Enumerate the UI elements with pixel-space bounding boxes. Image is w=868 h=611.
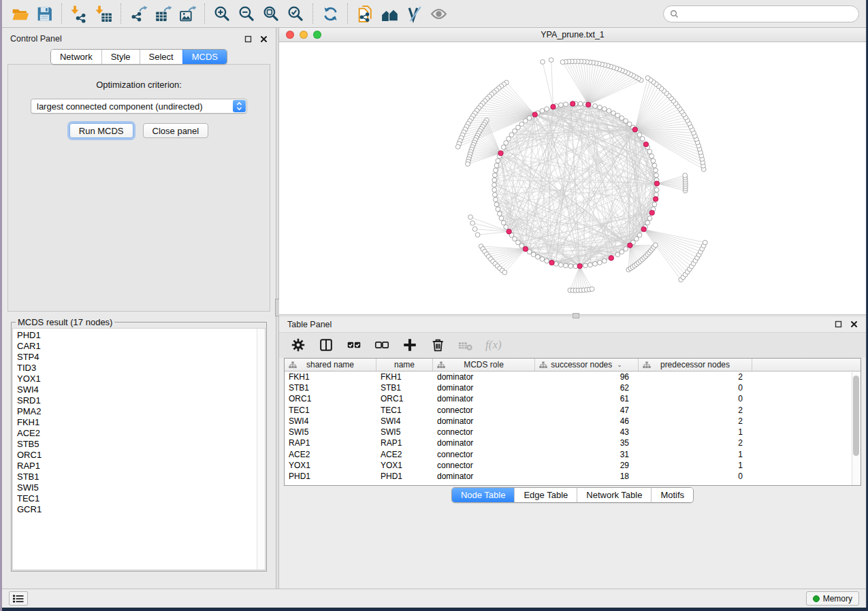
optimization-criterion-dropdown[interactable]: largest connected component (undirected)	[31, 99, 247, 114]
tab-network[interactable]: Network	[51, 50, 101, 64]
mcds-result-item[interactable]: ORC1	[17, 450, 265, 461]
table-panel-header: Table Panel	[279, 317, 866, 332]
open-file-icon[interactable]	[7, 2, 32, 25]
table-row[interactable]: YOX1YOX1connector291	[285, 460, 861, 471]
tab-network-table[interactable]: Network Table	[577, 488, 651, 502]
horizontal-splitter[interactable]	[279, 314, 866, 317]
dropdown-value: largest connected component (undirected)	[37, 101, 203, 112]
tab-mcds[interactable]: MCDS	[182, 50, 227, 64]
network-canvas[interactable]	[279, 42, 866, 314]
tab-node-table[interactable]: Node Table	[452, 488, 515, 502]
mcds-result-item[interactable]: CAR1	[17, 341, 265, 352]
table-row[interactable]: SWI5SWI5connector431	[285, 427, 861, 437]
mcds-result-item[interactable]: GCR1	[17, 504, 265, 515]
column-header-shared-name[interactable]: shared name	[285, 359, 376, 371]
import-table-icon[interactable]	[91, 2, 116, 25]
tab-motifs[interactable]: Motifs	[651, 488, 693, 502]
houses-icon[interactable]	[377, 2, 402, 25]
control-panel-tabs: NetworkStyleSelectMCDS	[50, 49, 227, 65]
close-panel-button[interactable]: Close panel	[143, 123, 209, 138]
tab-edge-table[interactable]: Edge Table	[514, 488, 577, 502]
mcds-result-title: MCDS result (17 nodes)	[16, 317, 114, 327]
column-header-MCDS-role[interactable]: MCDS role	[433, 359, 535, 371]
control-panel-header: Control Panel	[2, 31, 276, 46]
table-row[interactable]: STB1STB1dominator620	[285, 382, 861, 393]
mcds-result-item[interactable]: FKH1	[17, 417, 265, 428]
mcds-result-item[interactable]: YOX1	[17, 374, 265, 384]
mcds-list-scrollbar[interactable]	[257, 329, 265, 569]
table-panel: Table Panel f(x) shared namenameMCDS rol…	[279, 317, 866, 589]
select-all-icon[interactable]	[346, 337, 362, 353]
application-window: Control Panel NetworkStyleSelectMCDS Opt…	[2, 0, 867, 608]
close-panel-icon[interactable]	[850, 320, 858, 328]
toolbar-separator	[120, 3, 121, 24]
mcds-result-list[interactable]: PHD1CAR1STP4TID3YOX1SWI4SRD1PMA2FKH1ACE2…	[12, 328, 266, 570]
network-graph[interactable]	[279, 42, 866, 314]
vizmapper-icon[interactable]	[402, 2, 426, 25]
horizontal-splitter-grip[interactable]	[573, 313, 579, 318]
mcds-result-item[interactable]: RAP1	[17, 461, 265, 472]
mcds-tab-content: Optimization criterion: largest connecte…	[7, 64, 270, 312]
table-row[interactable]: ACE2ACE2connector311	[285, 449, 861, 460]
function-builder-icon: f(x)	[485, 338, 502, 352]
eye-icon[interactable]	[426, 2, 451, 25]
close-panel-icon[interactable]	[260, 35, 268, 43]
run-mcds-button[interactable]: Run MCDS	[69, 123, 133, 138]
memory-button[interactable]: Memory	[806, 591, 859, 606]
table-row[interactable]: ORC1ORC1dominator610	[285, 393, 861, 404]
tab-style[interactable]: Style	[101, 50, 140, 64]
zoom-in-icon[interactable]	[210, 2, 234, 25]
mcds-result-item[interactable]: TEC1	[17, 493, 265, 504]
mcds-result-item[interactable]: SRD1	[17, 395, 265, 406]
control-panel-title: Control Panel	[10, 34, 62, 44]
gear-icon[interactable]	[290, 337, 306, 353]
add-column-icon[interactable]	[402, 337, 418, 353]
column-header-name[interactable]: name	[376, 359, 433, 371]
table-row[interactable]: FKH1FKH1dominator962	[285, 371, 861, 382]
mcds-result-item[interactable]: TID3	[17, 363, 265, 374]
control-panel: Control Panel NetworkStyleSelectMCDS Opt…	[2, 28, 276, 589]
table-scrollbar[interactable]	[852, 372, 861, 485]
delete-column-icon[interactable]	[430, 337, 446, 353]
table-row[interactable]: RAP1RAP1dominator352	[285, 437, 861, 448]
mcds-result-item[interactable]: STB5	[17, 439, 265, 450]
zoom-selected-icon[interactable]	[283, 2, 308, 25]
export-table-icon[interactable]	[150, 2, 175, 25]
table-row[interactable]: SWI4SWI4dominator462	[285, 416, 861, 427]
search-field[interactable]	[663, 5, 859, 22]
table-row[interactable]: PHD1PHD1dominator180	[285, 471, 861, 482]
mcds-result-item[interactable]: PMA2	[17, 406, 265, 417]
toolbar-separator	[204, 3, 205, 24]
task-history-button[interactable]	[9, 591, 28, 606]
table-tabs: Node TableEdge TableNetwork TableMotifs	[451, 487, 694, 503]
export-network-icon[interactable]	[126, 2, 150, 25]
deselect-all-icon[interactable]	[374, 337, 390, 353]
mcds-result-item[interactable]: SWI5	[17, 482, 265, 493]
table-row[interactable]: TEC1TEC1connector472	[285, 404, 861, 415]
column-header-successor-nodes[interactable]: successor nodes⌄	[535, 359, 639, 371]
float-panel-icon[interactable]	[244, 35, 252, 43]
optimization-criterion-label: Optimization criterion:	[8, 80, 270, 90]
table-toolbar: f(x)	[279, 332, 866, 358]
mcds-result-item[interactable]: STB1	[17, 472, 265, 482]
zoom-out-icon[interactable]	[234, 2, 259, 25]
split-columns-icon[interactable]	[318, 337, 334, 353]
refresh-icon[interactable]	[318, 2, 342, 25]
search-input[interactable]	[682, 7, 858, 20]
toolbar-icon-group	[7, 2, 451, 25]
export-image-icon[interactable]	[175, 2, 199, 25]
float-panel-icon[interactable]	[835, 320, 842, 328]
share-document-icon[interactable]	[353, 2, 377, 25]
mcds-result-item[interactable]: SWI4	[17, 384, 265, 395]
mcds-result-item[interactable]: ACE2	[17, 428, 265, 439]
save-session-icon[interactable]	[32, 2, 57, 25]
table-scrollbar-thumb[interactable]	[853, 376, 859, 456]
column-header-predecessor-nodes[interactable]: predecessor nodes	[639, 359, 752, 371]
delete-table-icon	[457, 337, 474, 353]
tab-select[interactable]: Select	[140, 50, 182, 64]
list-icon	[13, 595, 24, 603]
import-network-icon[interactable]	[67, 2, 91, 25]
zoom-fit-icon[interactable]	[259, 2, 283, 25]
mcds-result-item[interactable]: PHD1	[17, 330, 265, 341]
mcds-result-item[interactable]: STP4	[17, 352, 265, 363]
